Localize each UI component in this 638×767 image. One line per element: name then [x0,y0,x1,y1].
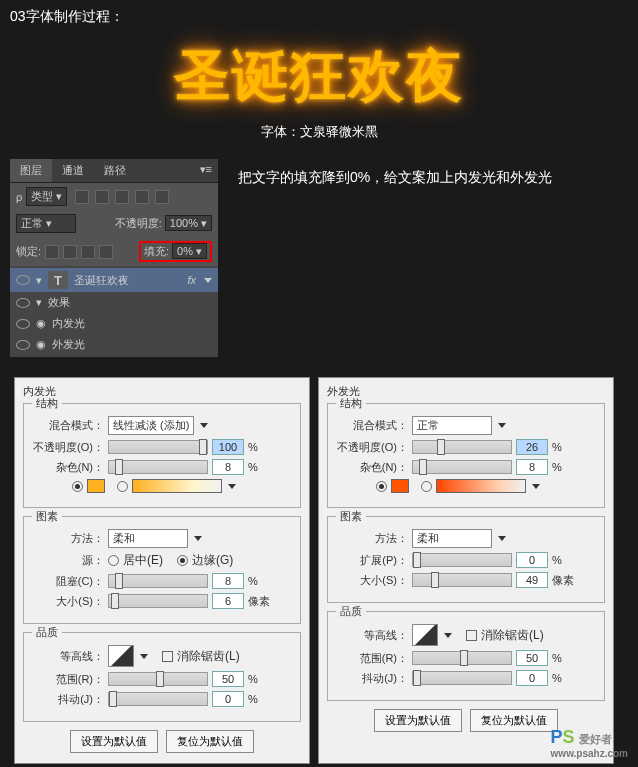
source-edge-radio[interactable] [177,555,188,566]
choke-slider[interactable] [108,574,208,588]
spread-input[interactable]: 0 [516,552,548,568]
size-slider[interactable] [412,573,512,587]
range-slider[interactable] [108,672,208,686]
blend-mode-select[interactable]: 正常 [412,416,492,435]
opacity-slider[interactable] [412,440,512,454]
reset-default-button[interactable]: 复位为默认值 [470,709,558,732]
lock-label: 锁定: [16,244,41,259]
lock-transparent-icon[interactable] [45,245,59,259]
gradient-radio[interactable] [117,481,128,492]
color-radio[interactable] [72,481,83,492]
quality-group: 品质 等高线：消除锯齿(L) 范围(R)：50% 抖动(J)：0% [23,632,301,722]
fx-badge[interactable]: fx [187,274,196,286]
noise-slider[interactable] [412,460,512,474]
jitter-slider[interactable] [108,692,208,706]
filter-shape-icon[interactable] [135,190,149,204]
outer-glow-dialog: 外发光 结构 混合模式：正常 不透明度(O)：26% 杂色(N)：8% 图素 方… [318,377,614,764]
tab-channels[interactable]: 通道 [52,159,94,182]
contour-picker[interactable] [108,645,134,667]
make-default-button[interactable]: 设置为默认值 [374,709,462,732]
color-swatch[interactable] [87,479,105,493]
fill-input[interactable]: 0% ▾ [172,243,207,259]
size-slider[interactable] [108,594,208,608]
source-center-radio[interactable] [108,555,119,566]
filter-adjust-icon[interactable] [95,190,109,204]
size-input[interactable]: 6 [212,593,244,609]
effect-outer-glow[interactable]: ◉ 外发光 [10,334,218,355]
antialias-checkbox[interactable] [162,651,173,662]
font-label: 字体：文泉驿微米黑 [0,123,638,141]
filter-kind-select[interactable]: 类型 ▾ [26,187,67,206]
technique-select[interactable]: 柔和 [412,529,492,548]
quality-group: 品质 等高线：消除锯齿(L) 范围(R)：50% 抖动(J)：0% [327,611,605,701]
contour-picker[interactable] [412,624,438,646]
noise-input[interactable]: 8 [212,459,244,475]
opacity-input[interactable]: 100% ▾ [165,215,212,231]
type-layer-icon: T [48,271,68,289]
gradient-picker[interactable] [132,479,222,493]
visibility-toggle[interactable] [16,275,30,285]
structure-group: 结构 混合模式：线性减淡 (添加) 不透明度(O)：100% 杂色(N)：8% [23,403,301,508]
hero-preview: 圣诞狂欢夜 字体：文泉驿微米黑 [0,34,638,151]
dialog-title: 外发光 [327,384,605,399]
tab-paths[interactable]: 路径 [94,159,136,182]
effects-group[interactable]: ▾ 效果 [10,292,218,313]
make-default-button[interactable]: 设置为默认值 [70,730,158,753]
opacity-input[interactable]: 100 [212,439,244,455]
filter-pixel-icon[interactable] [75,190,89,204]
blend-mode-select[interactable]: 正常 ▾ [16,214,76,233]
noise-input[interactable]: 8 [516,459,548,475]
lock-pixels-icon[interactable] [63,245,77,259]
fill-highlight: 填充: 0% ▾ [139,241,212,262]
opacity-label: 不透明度: [115,217,162,229]
technique-select[interactable]: 柔和 [108,529,188,548]
opacity-input[interactable]: 26 [516,439,548,455]
antialias-checkbox[interactable] [466,630,477,641]
inner-glow-dialog: 内发光 结构 混合模式：线性减淡 (添加) 不透明度(O)：100% 杂色(N)… [14,377,310,764]
tab-layers[interactable]: 图层 [10,159,52,182]
color-radio[interactable] [376,481,387,492]
elements-group: 图素 方法：柔和 源：居中(E)边缘(G) 阻塞(C)：8% 大小(S)：6像素 [23,516,301,624]
range-slider[interactable] [412,651,512,665]
jitter-input[interactable]: 0 [212,691,244,707]
watermark: PS爱好者 www.psahz.com [551,727,628,759]
color-swatch[interactable] [391,479,409,493]
instruction-text: 把文字的填充降到0%，给文案加上内发光和外发光 [218,159,628,187]
lock-position-icon[interactable] [81,245,95,259]
range-input[interactable]: 50 [212,671,244,687]
choke-input[interactable]: 8 [212,573,244,589]
styled-text: 圣诞狂欢夜 [0,39,638,115]
elements-group: 图素 方法：柔和 扩展(P)：0% 大小(S)：49像素 [327,516,605,603]
opacity-slider[interactable] [108,440,208,454]
noise-slider[interactable] [108,460,208,474]
gradient-radio[interactable] [421,481,432,492]
reset-default-button[interactable]: 复位为默认值 [166,730,254,753]
jitter-slider[interactable] [412,671,512,685]
structure-group: 结构 混合模式：正常 不透明度(O)：26% 杂色(N)：8% [327,403,605,508]
layers-panel: 图层 通道 路径 ▾≡ ρ 类型 ▾ 正常 ▾ 不透明度: 100% ▾ 锁定:… [10,159,218,357]
filter-type-icon[interactable] [115,190,129,204]
effect-inner-glow[interactable]: ◉ 内发光 [10,313,218,334]
lock-all-icon[interactable] [99,245,113,259]
dialog-title: 内发光 [23,384,301,399]
size-input[interactable]: 49 [516,572,548,588]
jitter-input[interactable]: 0 [516,670,548,686]
blend-mode-select[interactable]: 线性减淡 (添加) [108,416,194,435]
section-heading: 03字体制作过程： [0,0,638,34]
text-layer[interactable]: ▾ T 圣诞狂欢夜 fx [10,268,218,292]
spread-slider[interactable] [412,553,512,567]
range-input[interactable]: 50 [516,650,548,666]
gradient-picker[interactable] [436,479,526,493]
layer-name: 圣诞狂欢夜 [74,273,129,288]
filter-smart-icon[interactable] [155,190,169,204]
panel-menu-icon[interactable]: ▾≡ [194,159,218,182]
